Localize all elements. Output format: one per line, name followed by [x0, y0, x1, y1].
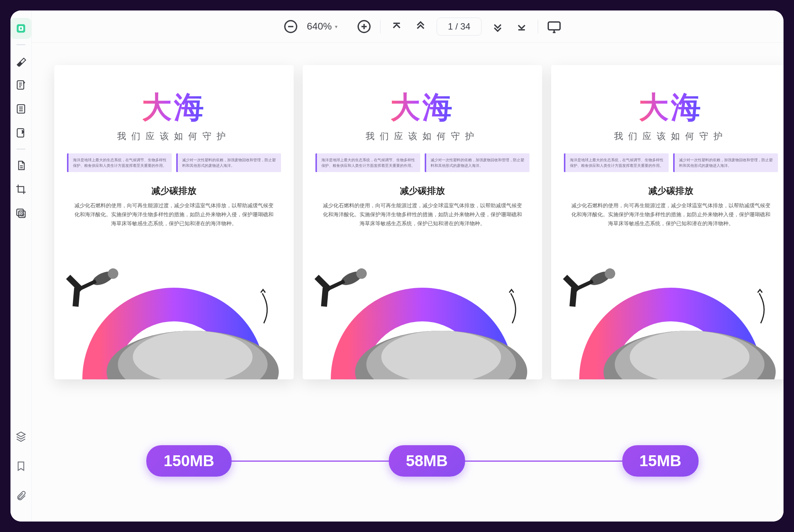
- connector-line: [232, 461, 389, 462]
- divider: [16, 149, 25, 150]
- info-boxes: 海洋是地球上最大的生态系统，在气候调节、生物多样性保护、粮食供应和人类生计方面发…: [315, 153, 529, 172]
- first-page-button[interactable]: [389, 19, 404, 34]
- main-area: 640% 1 / 34: [32, 10, 784, 522]
- top-toolbar: 640% 1 / 34: [32, 10, 784, 43]
- size-badge-2: 58MB: [389, 445, 465, 477]
- divider: [16, 44, 25, 45]
- crop-tool-button[interactable]: [10, 179, 31, 200]
- size-badge-1: 150MB: [146, 445, 231, 477]
- section-body: 减少化石燃料的使用，向可再生能源过渡，减少全球温室气体排放，以帮助减缓气候变化和…: [67, 201, 281, 228]
- page-preview-2[interactable]: 大海 我们应该如何守护 海洋是地球上最大的生态系统，在气候调节、生物多样性保护、…: [303, 65, 542, 379]
- last-page-button[interactable]: [514, 19, 529, 34]
- divider: [538, 20, 538, 33]
- app-window: 640% 1 / 34: [10, 10, 784, 522]
- connector-line: [465, 461, 622, 462]
- svg-rect-33: [569, 288, 577, 307]
- section-heading: 减少碳排放: [400, 185, 445, 197]
- zoom-out-button[interactable]: [283, 19, 299, 34]
- page-subtitle: 我们应该如何守护: [117, 130, 231, 142]
- sidebar: [10, 10, 32, 522]
- layers-button[interactable]: [10, 426, 31, 447]
- info-box-right: 减少对一次性塑料的依赖，加强废物回收和管理，防止塑料和其他形式的废物进入海洋。: [673, 153, 778, 172]
- page-title: 大海: [639, 88, 703, 128]
- info-box-left: 海洋是地球上最大的生态系统，在气候调节、生物多样性保护、粮食供应和人类生计方面发…: [67, 153, 172, 172]
- page-illustration: [54, 233, 294, 379]
- svg-rect-2: [20, 28, 22, 30]
- reader-mode-button[interactable]: [10, 18, 31, 39]
- page-title: 大海: [142, 88, 206, 128]
- info-boxes: 海洋是地球上最大的生态系统，在气候调节、生物多样性保护、粮食供应和人类生计方面发…: [67, 153, 281, 172]
- info-box-left: 海洋是地球上最大的生态系统，在气候调节、生物多样性保护、粮食供应和人类生计方面发…: [315, 153, 420, 172]
- attachment-button[interactable]: [10, 486, 31, 507]
- zoom-in-button[interactable]: [356, 19, 372, 34]
- pages-tool-button[interactable]: [10, 155, 31, 176]
- info-box-right: 减少对一次性塑料的依赖，加强废物回收和管理，防止塑料和其他形式的废物进入海洋。: [425, 153, 529, 172]
- size-badge-3: 15MB: [622, 445, 699, 477]
- bookmark-button[interactable]: [10, 456, 31, 477]
- sidebar-bottom: [10, 426, 31, 522]
- divider: [380, 20, 381, 33]
- file-size-row: 150MB 58MB 15MB: [32, 445, 784, 477]
- next-page-button[interactable]: [490, 19, 506, 34]
- page-subtitle: 我们应该如何守护: [366, 130, 479, 142]
- page-title: 大海: [390, 88, 455, 128]
- page-illustration: [551, 233, 784, 379]
- document-canvas[interactable]: 大海 我们应该如何守护 海洋是地球上最大的生态系统，在气候调节、生物多样性保护、…: [32, 43, 784, 522]
- section-heading: 减少碳排放: [152, 185, 196, 197]
- page-subtitle: 我们应该如何守护: [614, 130, 728, 142]
- pages-row: 大海 我们应该如何守护 海洋是地球上最大的生态系统，在气候调节、生物多样性保护、…: [54, 65, 784, 379]
- info-box-left: 海洋是地球上最大的生态系统，在气候调节、生物多样性保护、粮食供应和人类生计方面发…: [564, 153, 669, 172]
- background-tool-button[interactable]: [10, 203, 31, 224]
- page-indicator-input[interactable]: 1 / 34: [437, 18, 482, 36]
- svg-rect-17: [73, 288, 80, 307]
- zoom-level-dropdown[interactable]: 640%: [307, 21, 348, 32]
- outline-tool-button[interactable]: [10, 98, 31, 119]
- prev-page-button[interactable]: [413, 19, 428, 34]
- section-body: 减少化石燃料的使用，向可再生能源过渡，减少全球温室气体排放，以帮助减缓气候变化和…: [315, 201, 529, 228]
- svg-rect-10: [548, 22, 560, 30]
- present-button[interactable]: [546, 19, 562, 34]
- annotate-tool-button[interactable]: [10, 74, 31, 95]
- info-boxes: 海洋是地球上最大的生态系统，在气候调节、生物多样性保护、粮食供应和人类生计方面发…: [564, 153, 778, 172]
- page-preview-3[interactable]: 大海 我们应该如何守护 海洋是地球上最大的生态系统，在气候调节、生物多样性保护、…: [551, 65, 784, 379]
- svg-rect-25: [321, 288, 329, 307]
- section-body: 减少化石燃料的使用，向可再生能源过渡，减少全球温室气体排放，以帮助减缓气候变化和…: [564, 201, 778, 228]
- page-preview-1[interactable]: 大海 我们应该如何守护 海洋是地球上最大的生态系统，在气候调节、生物多样性保护、…: [54, 65, 294, 379]
- page-illustration: [303, 233, 542, 379]
- highlighter-tool-button[interactable]: [10, 51, 31, 71]
- fill-tool-button[interactable]: [10, 122, 31, 143]
- info-box-right: 减少对一次性塑料的依赖，加强废物回收和管理，防止塑料和其他形式的废物进入海洋。: [176, 153, 281, 172]
- section-heading: 减少碳排放: [648, 185, 693, 197]
